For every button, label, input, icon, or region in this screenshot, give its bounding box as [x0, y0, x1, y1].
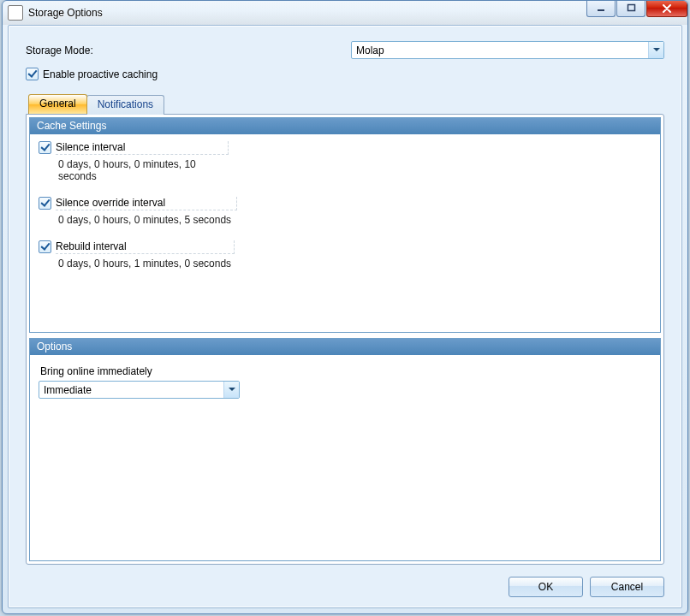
storage-mode-label: Storage Mode: — [26, 44, 351, 56]
rebuild-interval-checkbox[interactable]: Rebuild interval — [39, 240, 651, 254]
bring-online-combo[interactable]: Immediate — [39, 381, 240, 399]
chevron-down-icon[interactable] — [223, 382, 239, 398]
tab-strip: General Notifications — [28, 94, 664, 114]
minimize-button[interactable] — [586, 0, 616, 17]
silence-override-checkbox[interactable]: Silence override interval — [39, 197, 651, 210]
tab-panel-general: Cache Settings Silence interval 0 days, … — [26, 114, 664, 565]
storage-options-dialog: Storage Options Storage Mode: Molap Enab… — [2, 0, 688, 614]
cancel-button[interactable]: Cancel — [590, 577, 664, 597]
silence-interval-checkbox[interactable]: Silence interval — [39, 141, 651, 155]
title-bar[interactable]: Storage Options — [3, 1, 687, 25]
enable-caching-checkbox[interactable]: Enable proactive caching — [26, 68, 664, 80]
checkbox-icon — [39, 197, 51, 210]
app-icon — [8, 5, 23, 21]
maximize-button[interactable] — [616, 0, 645, 17]
checkbox-icon — [39, 141, 51, 154]
dialog-footer: OK Cancel — [26, 577, 664, 597]
rebuild-interval-label: Rebuild interval — [56, 240, 235, 254]
rebuild-interval-setting: Rebuild interval 0 days, 0 hours, 1 minu… — [39, 240, 651, 272]
cache-settings-group: Cache Settings Silence interval 0 days, … — [29, 117, 661, 333]
silence-interval-label: Silence interval — [56, 141, 229, 155]
rebuild-interval-value[interactable]: 0 days, 0 hours, 1 minutes, 0 seconds — [56, 255, 239, 272]
options-header: Options — [30, 339, 660, 355]
enable-caching-label: Enable proactive caching — [43, 68, 158, 80]
silence-interval-setting: Silence interval 0 days, 0 hours, 0 minu… — [39, 141, 651, 185]
tab-general[interactable]: General — [28, 94, 87, 114]
chevron-down-icon[interactable] — [648, 42, 663, 58]
window-title: Storage Options — [28, 7, 103, 19]
cache-settings-body: Silence interval 0 days, 0 hours, 0 minu… — [30, 134, 660, 291]
options-group: Options Bring online immediately Immedia… — [29, 338, 661, 561]
silence-override-value[interactable]: 0 days, 0 hours, 0 minutes, 5 seconds — [56, 211, 239, 228]
svg-rect-1 — [628, 5, 634, 11]
storage-mode-row: Storage Mode: Molap — [26, 41, 664, 59]
storage-mode-value: Molap — [356, 44, 384, 56]
cache-settings-header: Cache Settings — [30, 118, 660, 134]
checkbox-icon — [39, 240, 51, 253]
silence-interval-value[interactable]: 0 days, 0 hours, 0 minutes, 10 seconds — [56, 156, 239, 185]
tab-notifications[interactable]: Notifications — [86, 95, 164, 115]
storage-mode-combo[interactable]: Molap — [351, 41, 664, 59]
checkbox-icon — [26, 68, 39, 80]
client-area: Storage Mode: Molap Enable proactive cac… — [8, 25, 682, 608]
bring-online-value: Immediate — [44, 384, 92, 396]
options-body: Bring online immediately Immediate — [30, 355, 660, 406]
svg-rect-0 — [598, 9, 604, 11]
ok-button[interactable]: OK — [509, 577, 583, 597]
close-button[interactable] — [646, 0, 687, 17]
bring-online-label: Bring online immediately — [40, 365, 651, 377]
tabs-container: General Notifications Cache Settings Sil… — [26, 94, 664, 565]
silence-override-label: Silence override interval — [56, 197, 237, 210]
silence-override-setting: Silence override interval 0 days, 0 hour… — [39, 197, 651, 228]
window-controls — [586, 0, 687, 17]
